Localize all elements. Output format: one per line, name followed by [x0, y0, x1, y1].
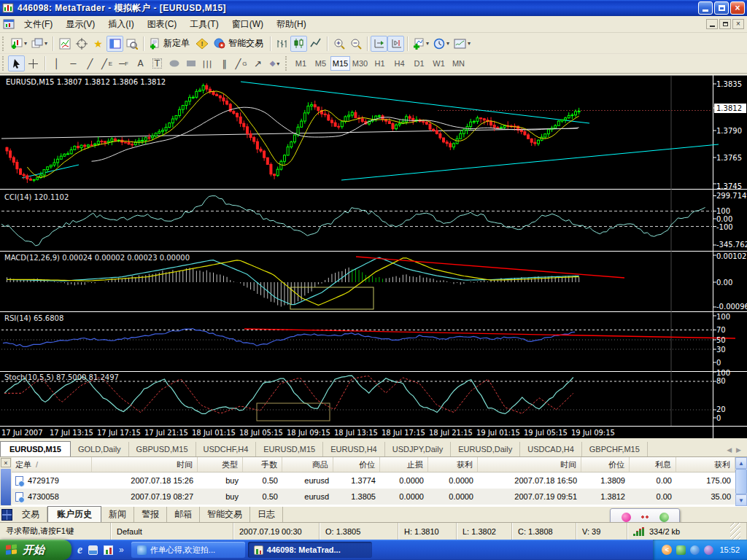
tab-trade[interactable]: 交易	[15, 507, 47, 522]
fibonacci-button[interactable]: ─F	[115, 55, 132, 71]
timeframe-m1[interactable]: M1	[291, 56, 311, 71]
cursor-button[interactable]	[8, 55, 25, 71]
toolbar-grip[interactable]	[2, 36, 6, 51]
table-scrollbar[interactable]: ▲ ▼	[735, 457, 747, 506]
start-button[interactable]: 开始	[0, 540, 71, 560]
menu-insert[interactable]: 插入(I)	[101, 16, 140, 33]
chart-tab[interactable]: USDCAD,H4	[520, 442, 582, 456]
zoom-out-button[interactable]	[347, 36, 364, 52]
periods-button[interactable]: ▾	[431, 36, 452, 52]
column-header-sl[interactable]: 止损	[380, 457, 428, 472]
timeframe-h1[interactable]: H1	[370, 56, 390, 71]
expert-advisors-button[interactable]: 智能交易	[211, 36, 267, 52]
timeframe-d1[interactable]: D1	[409, 56, 429, 71]
new-chart-button[interactable]: ▾	[8, 36, 29, 52]
menu-charts[interactable]: 图表(C)	[141, 16, 184, 33]
timeframe-m5[interactable]: M5	[311, 56, 330, 71]
tray-messenger-icon[interactable]	[676, 545, 686, 555]
ellipse-button[interactable]	[166, 55, 182, 71]
close-button[interactable]: ×	[730, 1, 745, 15]
ime-punctuation-icon[interactable]	[641, 514, 649, 520]
taskbar-window-metatrader[interactable]: 446098: MetaTrad...	[248, 542, 372, 558]
menu-view[interactable]: 显示(V)	[59, 16, 101, 33]
chart-tab[interactable]: EURUSD,Daily	[451, 442, 520, 456]
crosshair-button[interactable]	[25, 55, 42, 71]
trendline-button[interactable]: ╱	[82, 55, 98, 71]
data-window-button[interactable]	[107, 36, 123, 52]
horizontal-line-button[interactable]: ─	[65, 55, 82, 71]
tray-collapse-icon[interactable]: <	[662, 545, 672, 555]
favorites-button[interactable]: ★	[90, 36, 107, 52]
text-button[interactable]: A	[132, 55, 149, 71]
ie-quick-launch-icon[interactable]: e	[77, 543, 82, 556]
restore-button[interactable]	[714, 1, 729, 15]
taskbar-window-browser[interactable]: 作单心得,欢迎拍...	[131, 542, 245, 558]
desktop-quick-launch-icon[interactable]	[88, 545, 98, 555]
templates-button[interactable]: ▾	[452, 36, 473, 52]
parallel-lines-button[interactable]: ∥	[216, 55, 233, 71]
chart-shift-button[interactable]	[387, 36, 404, 52]
child-close-button[interactable]: ×	[732, 19, 744, 29]
auto-scroll-button[interactable]	[371, 36, 387, 52]
navigator-button[interactable]	[123, 36, 140, 52]
zoom-in-button[interactable]	[330, 36, 347, 52]
shapes-button[interactable]: ◆▾	[266, 55, 283, 71]
scrollbar-thumb[interactable]	[735, 469, 747, 494]
table-row[interactable]: 4729179 2007.07.18 15:26buy 0.50eurusd 1…	[12, 472, 735, 489]
quick-launch-more-icon[interactable]: »	[119, 545, 124, 555]
menu-file[interactable]: 文件(F)	[18, 16, 59, 33]
channel-button[interactable]: ╱E	[98, 55, 115, 71]
toolbar-grip[interactable]	[2, 56, 6, 71]
chart-tab[interactable]: GBPUSD,M15	[129, 442, 196, 456]
tab-mailbox[interactable]: 邮箱	[167, 507, 200, 522]
child-restore-button[interactable]	[719, 19, 731, 29]
chart-tab[interactable]: EURUSD,M15	[256, 442, 323, 456]
tab-news[interactable]: 新闻	[101, 507, 134, 522]
column-header-symbol[interactable]: 商品	[282, 457, 333, 472]
candlestick-chart-button[interactable]	[290, 36, 307, 52]
chart-tab[interactable]: GBPCHF,M15	[582, 442, 648, 456]
tab-scroll-right-icon[interactable]: ▶	[736, 446, 741, 454]
tab-account-history[interactable]: 账户历史	[47, 506, 101, 523]
scroll-up-icon[interactable]: ▲	[735, 457, 747, 469]
column-header-order[interactable]: 定单/	[12, 457, 92, 472]
cycle-lines-button[interactable]: |||	[199, 55, 216, 71]
column-header-close-time[interactable]: 时间	[478, 457, 581, 472]
tab-experts[interactable]: 智能交易	[200, 507, 250, 522]
status-profile[interactable]: Default	[111, 523, 233, 540]
toolbar-grip[interactable]	[285, 56, 289, 71]
timeframe-mn[interactable]: MN	[449, 56, 468, 71]
new-order-button[interactable]: 新定单	[147, 36, 193, 52]
chart-tab[interactable]: USDJPY,Daily	[385, 442, 452, 456]
arrows-button[interactable]: ↗	[249, 55, 266, 71]
timeframe-m15[interactable]: M15	[330, 56, 350, 71]
tab-journal[interactable]: 日志	[250, 507, 283, 522]
scroll-down-icon[interactable]: ▼	[735, 494, 747, 506]
column-header-open-price[interactable]: 价位	[333, 457, 380, 472]
column-header-swap[interactable]: 利息	[630, 457, 676, 472]
ime-input-icon[interactable]	[622, 513, 631, 522]
column-header-tp[interactable]: 获利	[428, 457, 478, 472]
line-chart-button[interactable]	[307, 36, 324, 52]
bar-chart-button[interactable]	[274, 36, 290, 52]
crosshair-target-button[interactable]	[73, 36, 90, 52]
gann-button[interactable]: ╱G	[233, 55, 249, 71]
table-row[interactable]: 4730058 2007.07.19 08:27buy 0.50eurusd 1…	[12, 489, 735, 505]
timeframe-h4[interactable]: H4	[390, 56, 409, 71]
chart-tab[interactable]: EURUSD,M15	[0, 441, 71, 456]
menu-help[interactable]: 帮助(H)	[270, 16, 313, 33]
metatrader-quick-launch-icon[interactable]	[104, 545, 113, 555]
column-header-lots[interactable]: 手数	[243, 457, 282, 472]
tab-alerts[interactable]: 警报	[134, 507, 167, 522]
chart-tab[interactable]: USDCHF,H4	[196, 442, 257, 456]
terminal-close-button[interactable]: ×	[1, 458, 11, 467]
alert-button[interactable]: !	[193, 36, 211, 52]
menu-tools[interactable]: 工具(T)	[183, 16, 225, 33]
column-header-open-time[interactable]: 时间	[92, 457, 198, 472]
ime-softkeyboard-icon[interactable]	[659, 513, 669, 522]
vertical-line-button[interactable]: │	[48, 55, 65, 71]
menu-window[interactable]: 窗口(W)	[225, 16, 270, 33]
chart-tab[interactable]: GOLD,Daily	[71, 442, 129, 456]
column-header-profit[interactable]: 获利	[676, 457, 735, 472]
rectangle-button[interactable]	[182, 55, 199, 71]
